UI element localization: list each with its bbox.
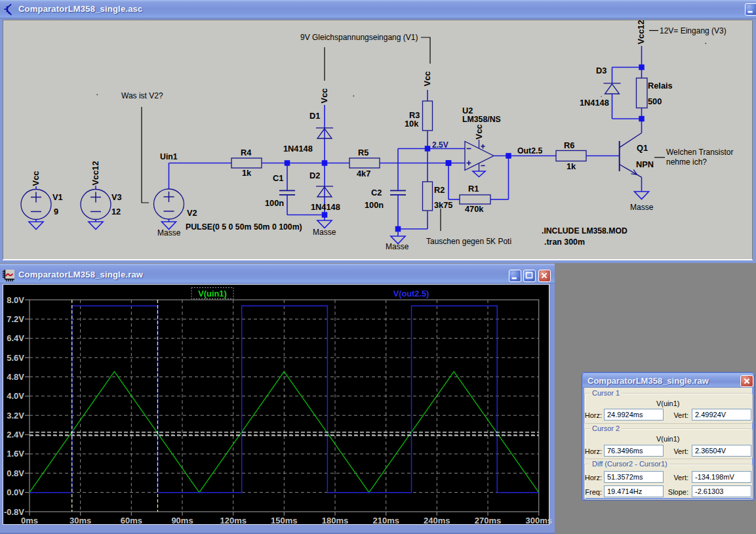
svg-text:Uin1: Uin1	[160, 152, 178, 161]
svg-text:1k: 1k	[567, 161, 576, 171]
svg-text:5.6V: 5.6V	[7, 353, 24, 363]
svg-text:9: 9	[54, 207, 58, 216]
svg-text:30ms: 30ms	[70, 516, 91, 525]
svg-text:7.2V: 7.2V	[7, 314, 24, 324]
svg-text:100n: 100n	[365, 200, 384, 210]
svg-text:C1: C1	[273, 173, 283, 183]
svg-text:4.0V: 4.0V	[7, 391, 24, 401]
svg-text:Masse: Masse	[630, 203, 654, 212]
svg-text:Masse: Masse	[386, 242, 409, 251]
svg-text:D3: D3	[596, 66, 607, 75]
svg-text:4.8V: 4.8V	[7, 372, 24, 382]
svg-text:R5: R5	[358, 148, 368, 157]
svg-text:Vcc12: Vcc12	[636, 20, 646, 44]
svg-text:1N4148: 1N4148	[311, 202, 340, 212]
svg-text:150ms: 150ms	[271, 516, 297, 525]
svg-text:Relais: Relais	[648, 81, 673, 91]
svg-text:12: 12	[111, 207, 121, 216]
svg-text:470k: 470k	[465, 204, 484, 214]
svg-text:V3: V3	[111, 192, 122, 202]
svg-text:90ms: 90ms	[171, 516, 193, 525]
svg-text:nehme ich?: nehme ich?	[666, 157, 707, 167]
svg-text:180ms: 180ms	[322, 516, 348, 525]
svg-text:2.4V: 2.4V	[7, 430, 24, 440]
svg-text:210ms: 210ms	[372, 516, 399, 525]
svg-text:0.8V: 0.8V	[7, 468, 24, 478]
svg-text:V1: V1	[52, 192, 63, 202]
svg-text:V(out2.5): V(out2.5)	[393, 289, 429, 298]
svg-text:R4: R4	[241, 148, 252, 157]
svg-text:2.5V: 2.5V	[432, 140, 448, 150]
svg-text:NPN: NPN	[636, 159, 654, 169]
svg-text:Masse: Masse	[157, 228, 181, 237]
svg-text:D2: D2	[309, 171, 320, 180]
svg-text:Vcc12: Vcc12	[90, 161, 100, 185]
svg-text:0ms: 0ms	[21, 516, 38, 525]
svg-text:60ms: 60ms	[121, 516, 142, 525]
svg-text:C2: C2	[371, 188, 382, 197]
svg-text:Masse: Masse	[313, 228, 336, 237]
svg-text:270ms: 270ms	[475, 516, 501, 525]
svg-text:8.0V: 8.0V	[7, 295, 24, 305]
svg-text:Out2.5: Out2.5	[517, 146, 542, 155]
svg-text:LM358/NS: LM358/NS	[462, 115, 501, 124]
svg-text:PULSE(0 5 0 50m 50m 0 100m): PULSE(0 5 0 50m 50m 0 100m)	[186, 222, 302, 232]
svg-text:V(uin1): V(uin1)	[198, 289, 226, 298]
svg-text:12V= Eingang (V3): 12V= Eingang (V3)	[660, 26, 726, 35]
svg-text:4k7: 4k7	[357, 169, 370, 178]
svg-text:R2: R2	[434, 185, 445, 195]
svg-text:U2: U2	[462, 106, 473, 115]
svg-text:Vcc: Vcc	[31, 171, 41, 186]
svg-text:R1: R1	[468, 184, 479, 194]
svg-text:0.0V: 0.0V	[7, 487, 24, 497]
svg-text:9V Gleichspannungseingang (V1): 9V Gleichspannungseingang (V1)	[300, 33, 418, 42]
svg-text:Welchen Transistor: Welchen Transistor	[666, 148, 734, 157]
svg-text:V2: V2	[187, 208, 197, 218]
svg-text:R6: R6	[564, 140, 574, 150]
svg-text:1k: 1k	[242, 168, 252, 178]
svg-text:6.4V: 6.4V	[7, 333, 24, 343]
svg-text:120ms: 120ms	[220, 516, 246, 525]
svg-text:Vcc: Vcc	[319, 89, 329, 104]
svg-text:Vcc: Vcc	[474, 125, 484, 140]
svg-text:500: 500	[648, 96, 662, 106]
svg-text:1.6V: 1.6V	[7, 449, 24, 459]
svg-text:300ms: 300ms	[525, 516, 551, 525]
svg-text:240ms: 240ms	[424, 516, 450, 525]
svg-text:Q1: Q1	[637, 143, 648, 153]
svg-text:D1: D1	[309, 111, 320, 121]
svg-text:1N4148: 1N4148	[580, 98, 609, 108]
svg-text:Tauschen gegen 5K Poti: Tauschen gegen 5K Poti	[426, 237, 511, 246]
svg-text:10k: 10k	[405, 119, 419, 129]
svg-text:Was ist V2?: Was ist V2?	[121, 91, 163, 100]
svg-text:1N4148: 1N4148	[283, 144, 313, 154]
svg-text:3k75: 3k75	[434, 200, 452, 210]
svg-text:100n: 100n	[265, 198, 284, 208]
svg-text:3.2V: 3.2V	[7, 411, 24, 421]
svg-text:.INCLUDE LM358.MOD: .INCLUDE LM358.MOD	[542, 226, 627, 236]
svg-text:Vcc: Vcc	[422, 72, 432, 87]
svg-text:.tran 300m: .tran 300m	[544, 237, 585, 247]
